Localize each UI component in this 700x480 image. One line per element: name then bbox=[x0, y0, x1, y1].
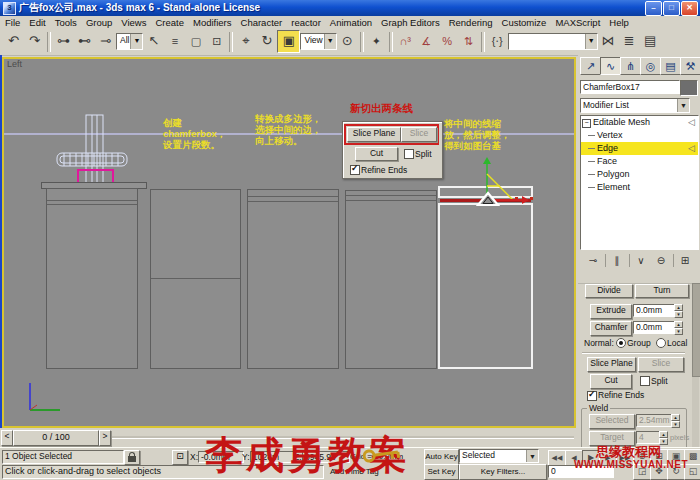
tab-motion[interactable]: ◎ bbox=[640, 57, 661, 75]
menu-animation[interactable]: Animation bbox=[330, 17, 372, 28]
cut-button[interactable]: Cut bbox=[590, 374, 632, 389]
use-pivot-point-center-icon[interactable] bbox=[337, 31, 358, 52]
go-to-start-icon[interactable]: ◀◀ bbox=[548, 450, 566, 466]
stack-row-vertex[interactable]: Vertex bbox=[581, 129, 698, 142]
menu-character[interactable]: Character bbox=[241, 17, 283, 28]
set-key-button[interactable]: Set Key bbox=[424, 464, 459, 480]
menu-graph-editors[interactable]: Graph Editors bbox=[381, 17, 440, 28]
rectangular-selection-region-icon[interactable] bbox=[185, 31, 206, 52]
key-filters-button[interactable]: Key Filters... bbox=[459, 464, 547, 480]
scrollbar-thumb[interactable] bbox=[692, 283, 700, 377]
tab-display[interactable]: ▤ bbox=[660, 57, 681, 75]
title-bar[interactable]: 3 广告fox公司.max - 3ds max 6 - Stand-alone … bbox=[0, 0, 700, 16]
column-2[interactable] bbox=[150, 189, 241, 369]
mirror-icon[interactable] bbox=[598, 31, 619, 52]
chamfer-value-field[interactable]: 0.0mm bbox=[633, 321, 675, 334]
turn-button[interactable]: Turn bbox=[635, 284, 689, 298]
column-3[interactable] bbox=[247, 189, 339, 369]
select-and-manipulate-icon[interactable] bbox=[366, 31, 387, 52]
named-selection-sets-icon[interactable] bbox=[487, 31, 508, 52]
selection-lock-icon[interactable] bbox=[124, 450, 140, 465]
weld-selected-value-field[interactable]: 2.54mm bbox=[636, 414, 674, 427]
slice-plane-handle[interactable] bbox=[476, 191, 500, 207]
close-button[interactable]: ✕ bbox=[681, 1, 698, 16]
extrude-button[interactable]: Extrude bbox=[590, 304, 632, 319]
rollout-scrollbar[interactable] bbox=[692, 283, 699, 447]
normal-group-radio[interactable] bbox=[616, 338, 626, 348]
select-by-name-icon[interactable] bbox=[164, 31, 185, 52]
undo-icon[interactable] bbox=[3, 31, 24, 52]
bind-to-spacewarp-icon[interactable] bbox=[95, 31, 116, 52]
named-selection-dropdown[interactable]: ▼ bbox=[508, 33, 598, 50]
time-next-button[interactable]: > bbox=[99, 430, 111, 446]
chevron-down-icon[interactable]: ▼ bbox=[526, 450, 538, 462]
menu-group[interactable]: Group bbox=[86, 17, 112, 28]
select-object-icon[interactable] bbox=[143, 31, 164, 52]
refine-ends-checkbox[interactable] bbox=[350, 165, 360, 175]
menu-edit[interactable]: Edit bbox=[29, 17, 45, 28]
extrude-spinner[interactable]: ▴▾ bbox=[674, 304, 683, 318]
chevron-down-icon[interactable]: ▼ bbox=[130, 34, 142, 49]
menu-create[interactable]: Create bbox=[155, 17, 184, 28]
object-name-field[interactable]: ChamferBox17 bbox=[580, 80, 680, 94]
auto-key-button[interactable]: Auto Key bbox=[424, 449, 459, 465]
divide-button[interactable]: Divide bbox=[585, 284, 633, 298]
viewport-left[interactable]: Left bbox=[2, 57, 576, 428]
curve-editor-icon[interactable] bbox=[640, 31, 661, 52]
split-checkbox[interactable] bbox=[640, 376, 650, 386]
menu-reactor[interactable]: reactor bbox=[291, 17, 321, 28]
window-crossing-icon[interactable] bbox=[206, 31, 227, 52]
select-and-rotate-icon[interactable] bbox=[256, 31, 277, 52]
menu-views[interactable]: Views bbox=[121, 17, 146, 28]
reference-coordinate-system-dropdown[interactable]: View▼ bbox=[300, 33, 336, 50]
stack-row-face[interactable]: Face bbox=[581, 155, 698, 168]
slice-plane-button[interactable]: Slice Plane bbox=[587, 357, 636, 372]
slice-plane-button[interactable]: Slice Plane bbox=[347, 127, 401, 142]
menu-modifiers[interactable]: Modifiers bbox=[193, 17, 232, 28]
stack-row-editable-mesh[interactable]: − Editable Mesh ◁ bbox=[581, 116, 698, 129]
selection-filter-dropdown[interactable]: All▼ bbox=[116, 33, 143, 50]
tab-utilities[interactable]: ⚒ bbox=[680, 57, 700, 75]
normal-local-radio[interactable] bbox=[656, 338, 666, 348]
menu-rendering[interactable]: Rendering bbox=[449, 17, 493, 28]
cut-button[interactable]: Cut bbox=[355, 147, 398, 161]
weld-selected-spinner[interactable]: ▴▾ bbox=[671, 414, 680, 428]
menu-file[interactable]: File bbox=[5, 17, 20, 28]
chamfer-button[interactable]: Chamfer bbox=[590, 321, 632, 336]
maximize-button[interactable]: □ bbox=[663, 1, 680, 16]
split-checkbox[interactable] bbox=[404, 149, 414, 159]
slice-button[interactable]: Slice bbox=[401, 127, 437, 142]
column-4[interactable] bbox=[345, 190, 437, 369]
tab-create[interactable]: ↗ bbox=[580, 57, 601, 75]
collapse-icon[interactable]: − bbox=[582, 119, 591, 128]
menu-maxscript[interactable]: MAXScript bbox=[555, 17, 600, 28]
stack-row-edge[interactable]: Edge◁ bbox=[581, 142, 698, 155]
chevron-down-icon[interactable]: ▼ bbox=[324, 34, 336, 49]
stack-row-polygon[interactable]: Polygon bbox=[581, 168, 698, 181]
tab-hierarchy[interactable]: ⋔ bbox=[620, 57, 641, 75]
menu-help[interactable]: Help bbox=[609, 17, 629, 28]
select-and-scale-icon[interactable] bbox=[277, 30, 300, 53]
stack-row-element[interactable]: Element bbox=[581, 181, 698, 194]
make-unique-icon[interactable]: ∨ bbox=[633, 253, 650, 268]
show-end-result-icon[interactable]: ∥ bbox=[609, 253, 626, 268]
column-1[interactable] bbox=[46, 188, 138, 369]
pin-stack-icon[interactable]: ⊸ bbox=[585, 253, 602, 268]
weld-selected-button[interactable]: Selected bbox=[589, 414, 635, 429]
align-icon[interactable] bbox=[619, 31, 640, 52]
key-mode-dropdown[interactable]: Selected▼ bbox=[459, 449, 539, 463]
percent-snap-icon[interactable] bbox=[437, 31, 458, 52]
select-and-move-icon[interactable] bbox=[235, 31, 256, 52]
absolute-offset-mode-icon[interactable]: ⊡ bbox=[172, 450, 188, 465]
object-color-swatch[interactable] bbox=[680, 80, 698, 96]
extrude-value-field[interactable]: 0.0mm bbox=[633, 304, 675, 317]
unlink-selection-icon[interactable] bbox=[74, 31, 95, 52]
menu-tools[interactable]: Tools bbox=[55, 17, 77, 28]
chevron-down-icon[interactable]: ▼ bbox=[677, 99, 689, 112]
remove-modifier-icon[interactable]: ⊖ bbox=[653, 253, 670, 268]
refine-ends-checkbox[interactable] bbox=[587, 391, 597, 401]
spinner-snap-icon[interactable] bbox=[458, 31, 479, 52]
redo-icon[interactable] bbox=[24, 31, 45, 52]
chamfer-spinner[interactable]: ▴▾ bbox=[674, 321, 683, 335]
snap-toggle-icon[interactable] bbox=[395, 31, 416, 52]
